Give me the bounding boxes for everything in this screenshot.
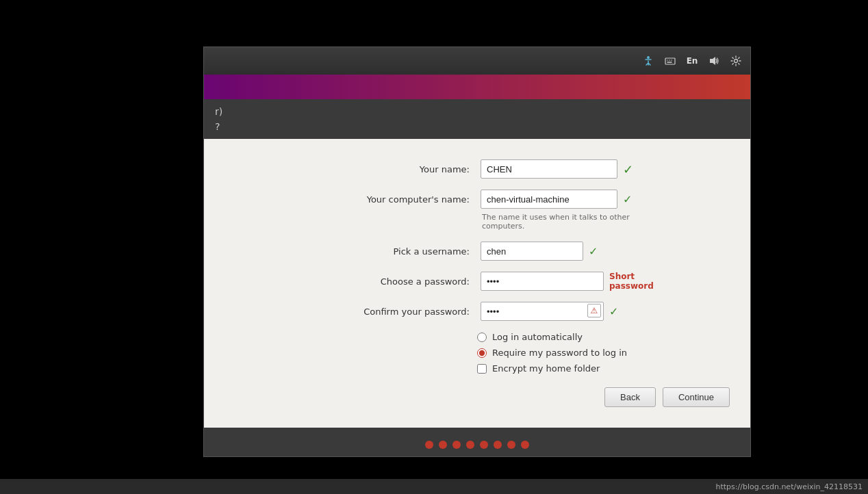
your-name-input[interactable] bbox=[481, 159, 617, 179]
computer-name-label: Your computer's name: bbox=[285, 194, 474, 205]
svg-rect-1 bbox=[665, 58, 675, 64]
short-password-warning: Short password bbox=[609, 272, 669, 291]
language-indicator[interactable]: En bbox=[683, 52, 701, 70]
confirm-warning-icon: ⚠ bbox=[587, 304, 601, 317]
require-password-radio[interactable] bbox=[477, 348, 487, 358]
encrypt-label: Encrypt my home folder bbox=[492, 363, 600, 374]
header-area: r) ? bbox=[204, 99, 750, 139]
username-valid-icon: ✓ bbox=[589, 245, 598, 258]
progress-dot-2 bbox=[439, 441, 447, 449]
confirm-password-input[interactable] bbox=[481, 302, 604, 321]
svg-point-0 bbox=[647, 56, 650, 59]
require-password-option[interactable]: Require my password to log in bbox=[477, 348, 669, 358]
topbar: En bbox=[204, 47, 750, 75]
form-grid: Your name: ✓ Your computer's name: ✓ The… bbox=[285, 159, 669, 321]
url-bar: https://blog.csdn.net/weixin_42118531 bbox=[0, 479, 868, 494]
encrypt-option[interactable]: Encrypt my home folder bbox=[477, 363, 669, 374]
svg-point-7 bbox=[735, 60, 738, 63]
keyboard-layout-icon[interactable] bbox=[661, 52, 679, 70]
color-banner bbox=[204, 75, 750, 99]
progress-dot-6 bbox=[494, 441, 502, 449]
your-name-valid-icon: ✓ bbox=[623, 162, 633, 177]
progress-dot-1 bbox=[425, 441, 433, 449]
installer-window: En r) ? Your name: ✓ bbox=[203, 47, 751, 457]
password-label: Choose a password: bbox=[285, 276, 474, 287]
continue-button[interactable]: Continue bbox=[663, 387, 730, 407]
footer-progress bbox=[204, 428, 750, 457]
password-input[interactable] bbox=[481, 272, 604, 291]
back-button[interactable]: Back bbox=[604, 387, 656, 407]
buttons-area: Back Continue bbox=[218, 374, 737, 414]
content-area: Your name: ✓ Your computer's name: ✓ The… bbox=[204, 139, 750, 428]
svg-marker-6 bbox=[710, 57, 715, 65]
computer-name-hint: The name it uses when it talks to other … bbox=[481, 213, 669, 231]
username-row: ✓ bbox=[481, 242, 669, 261]
progress-dot-5 bbox=[480, 441, 488, 449]
username-label: Pick a username: bbox=[285, 246, 474, 257]
username-input[interactable] bbox=[481, 242, 583, 261]
progress-dot-3 bbox=[452, 441, 461, 449]
encrypt-checkbox[interactable] bbox=[477, 364, 487, 374]
computer-name-row: ✓ bbox=[481, 190, 669, 209]
accessibility-icon[interactable] bbox=[639, 52, 657, 70]
confirm-password-label: Confirm your password: bbox=[285, 307, 474, 317]
autologin-radio[interactable] bbox=[477, 333, 487, 342]
header-line1: r) bbox=[215, 106, 739, 117]
your-name-label: Your name: bbox=[285, 164, 474, 174]
progress-dot-8 bbox=[521, 441, 529, 449]
autologin-label: Log in automatically bbox=[492, 332, 583, 342]
computer-name-valid-icon: ✓ bbox=[623, 193, 632, 206]
url-text: https://blog.csdn.net/weixin_42118531 bbox=[715, 482, 863, 491]
computer-name-input[interactable] bbox=[481, 190, 617, 209]
progress-dot-4 bbox=[466, 441, 474, 449]
confirm-valid-icon: ✓ bbox=[609, 305, 618, 318]
header-line2: ? bbox=[215, 121, 739, 132]
settings-icon[interactable] bbox=[727, 52, 745, 70]
require-password-label: Require my password to log in bbox=[492, 348, 627, 358]
progress-dot-7 bbox=[507, 441, 515, 449]
autologin-option[interactable]: Log in automatically bbox=[477, 332, 669, 342]
your-name-row: ✓ bbox=[481, 159, 669, 179]
volume-icon[interactable] bbox=[705, 52, 723, 70]
confirm-password-row: ⚠ ✓ bbox=[481, 302, 669, 321]
password-row: Short password bbox=[481, 272, 669, 291]
login-options: Log in automatically Require my password… bbox=[285, 332, 669, 374]
